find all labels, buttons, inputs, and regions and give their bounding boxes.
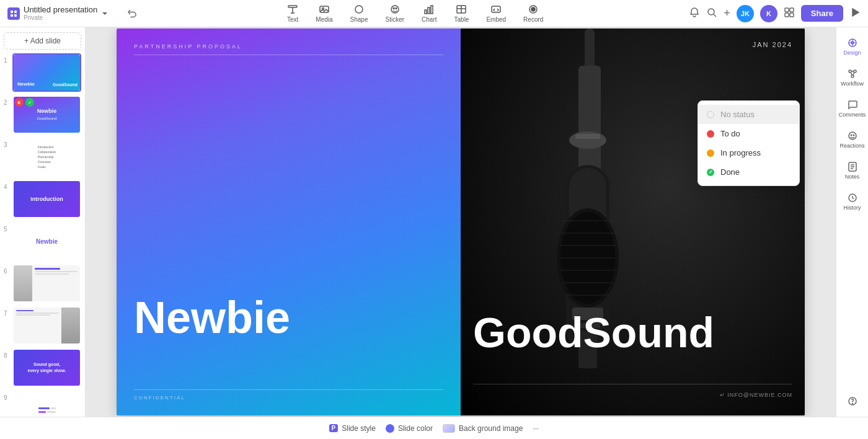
status-dot-done: ✓ [707, 169, 714, 176]
svg-rect-3 [14, 14, 17, 17]
microphone-illustration [461, 29, 805, 415]
tool-table[interactable]: Table [454, 4, 469, 23]
svg-rect-24 [785, 8, 789, 12]
slide-style-item[interactable]: P Slide style [329, 424, 376, 433]
svg-point-64 [852, 404, 852, 404]
comments-icon [847, 99, 858, 110]
slide-item-2[interactable]: 2 NewbieGoodSound K ✓ [4, 95, 81, 134]
svg-point-9 [355, 6, 363, 13]
status-in-progress[interactable]: In progress [698, 143, 799, 162]
tool-text[interactable]: Text [287, 4, 298, 23]
panel-comments[interactable]: Comments [838, 94, 867, 123]
search-button[interactable] [706, 7, 717, 20]
tool-shape[interactable]: Shape [350, 4, 368, 23]
notification-button[interactable] [689, 7, 700, 20]
slide-thumb-7[interactable] [12, 306, 81, 345]
design-icon [847, 37, 858, 48]
slide-thumb-4[interactable]: Introduction [12, 180, 81, 218]
slide-thumb-3[interactable]: IntroductionCollaborationPartnershipOver… [12, 138, 81, 176]
slide-thumb-1[interactable]: Newbie GoodSound [12, 53, 81, 92]
slide-color-dot [386, 424, 394, 433]
panel-design[interactable]: Design [838, 32, 867, 61]
panel-help[interactable] [838, 391, 867, 412]
footer-divider-right [473, 384, 792, 384]
chevron-down-icon[interactable] [101, 10, 108, 17]
tool-sticker[interactable]: Sticker [386, 4, 405, 23]
svg-rect-26 [785, 13, 789, 17]
presentation-subtitle: Private [24, 14, 97, 22]
svg-point-49 [849, 70, 851, 73]
svg-rect-25 [790, 8, 794, 12]
svg-point-8 [322, 8, 324, 10]
help-icon [847, 396, 858, 407]
slide-item-8[interactable]: 8 Sound good,every single show. [4, 348, 81, 387]
svg-rect-30 [578, 66, 601, 177]
tool-chart[interactable]: Chart [422, 4, 436, 23]
svg-point-51 [851, 75, 854, 78]
panel-workflow[interactable]: Workflow [838, 63, 867, 92]
status-done[interactable]: ✓ Done [698, 162, 799, 182]
confidential-text: CONFIDENTIAL [134, 395, 443, 401]
slide-color-item[interactable]: Slide color [386, 424, 433, 433]
present-button[interactable] [849, 7, 861, 20]
history-icon [847, 192, 858, 203]
add-slide-button[interactable]: + Add slide [4, 32, 81, 50]
status-dot-none [707, 111, 714, 118]
tool-record[interactable]: Record [523, 4, 543, 23]
newbie-title: Newbie [134, 295, 290, 340]
slide-item-9[interactable]: 9 [4, 391, 81, 417]
partnership-text: PARTNERSHIP PROPOSAL [134, 43, 443, 50]
status-dot-todo [707, 130, 714, 138]
svg-point-22 [708, 9, 714, 15]
panel-notes[interactable]: Notes [838, 156, 867, 185]
canvas-area: PARTNERSHIP PROPOSAL Newbie CONFIDENTIAL [86, 27, 836, 417]
svg-line-53 [851, 73, 852, 75]
background-image-swatch [443, 424, 455, 433]
slide-thumb-8[interactable]: Sound good,every single show. [12, 348, 81, 387]
tool-media[interactable]: Media [316, 4, 332, 23]
svg-point-11 [393, 8, 394, 9]
slide-thumb-6[interactable] [12, 264, 81, 303]
workflow-icon [847, 68, 858, 79]
panel-reactions[interactable]: Reactions [838, 125, 867, 154]
slide-item-3[interactable]: 3 IntroductionCollaborationPartnershipOv… [4, 138, 81, 176]
tool-embed[interactable]: Embed [486, 4, 506, 23]
presentation-title: Untitled presentation [24, 5, 97, 15]
background-image-item[interactable]: Back ground image [443, 424, 523, 433]
badge-green: ✓ [25, 98, 34, 107]
svg-point-12 [396, 8, 397, 9]
toolbar-center: Text Media Shape Sticker Chart Table Emb… [146, 4, 684, 23]
avatar-1: JK [737, 5, 754, 22]
svg-rect-4 [288, 6, 297, 7]
slide-item-5[interactable]: 5 Newbie [4, 222, 81, 260]
svg-rect-1 [14, 11, 17, 13]
topbar: Untitled presentation Private Text Media… [0, 0, 868, 27]
share-button[interactable]: Share [801, 5, 843, 22]
more-options-button[interactable]: ··· [533, 424, 539, 433]
add-collaborator-button[interactable]: + [724, 7, 730, 20]
toolbar-grid-button[interactable] [784, 7, 795, 20]
panel-history[interactable]: History [838, 187, 867, 216]
status-no-status[interactable]: No status [698, 105, 799, 124]
slide-item-1[interactable]: 1 Newbie GoodSound [4, 53, 81, 92]
slide-thumb-9[interactable] [12, 391, 81, 417]
svg-rect-13 [425, 10, 427, 14]
svg-line-23 [714, 14, 716, 17]
status-todo[interactable]: To do [698, 124, 799, 143]
slide-canvas[interactable]: PARTNERSHIP PROPOSAL Newbie CONFIDENTIAL [117, 29, 805, 415]
info-email-text: ↵ INFO@NEWBIE.COM [720, 392, 792, 398]
slide-thumb-2[interactable]: NewbieGoodSound K ✓ [12, 95, 81, 134]
svg-rect-19 [492, 6, 500, 12]
svg-rect-14 [428, 7, 430, 14]
svg-line-54 [853, 73, 854, 75]
slide-item-4[interactable]: 4 Introduction [4, 180, 81, 218]
bottom-bar: P Slide style Slide color Back ground im… [0, 417, 868, 439]
svg-rect-46 [575, 134, 600, 139]
slide-thumb-5[interactable]: Newbie [12, 222, 81, 260]
status-dot-progress [707, 149, 714, 157]
reactions-icon [847, 130, 858, 141]
slide-item-6[interactable]: 6 [4, 264, 81, 303]
slide-right-panel: JAN 2024 GoodSound ↵ INFO@NEWBIE.COM [461, 29, 805, 415]
slide-item-7[interactable]: 7 [4, 306, 81, 345]
undo-button[interactable] [124, 5, 141, 22]
